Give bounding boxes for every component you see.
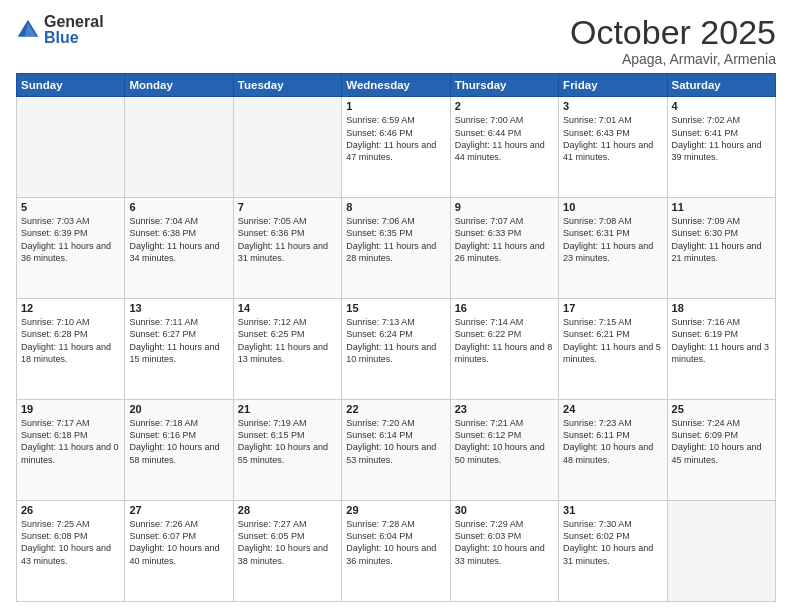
logo-general: General xyxy=(44,14,104,30)
col-wednesday: Wednesday xyxy=(342,74,450,97)
day-number: 12 xyxy=(21,302,120,314)
header-row: Sunday Monday Tuesday Wednesday Thursday… xyxy=(17,74,776,97)
day-cell: 19Sunrise: 7:17 AM Sunset: 6:18 PM Dayli… xyxy=(17,400,125,501)
day-cell: 22Sunrise: 7:20 AM Sunset: 6:14 PM Dayli… xyxy=(342,400,450,501)
day-number: 22 xyxy=(346,403,445,415)
day-info: Sunrise: 7:17 AM Sunset: 6:18 PM Dayligh… xyxy=(21,417,120,466)
header: General Blue October 2025 Apaga, Armavir… xyxy=(16,14,776,67)
day-cell: 23Sunrise: 7:21 AM Sunset: 6:12 PM Dayli… xyxy=(450,400,558,501)
day-number: 20 xyxy=(129,403,228,415)
day-cell: 16Sunrise: 7:14 AM Sunset: 6:22 PM Dayli… xyxy=(450,299,558,400)
logo-icon xyxy=(16,18,40,42)
day-number: 21 xyxy=(238,403,337,415)
day-number: 9 xyxy=(455,201,554,213)
day-cell: 18Sunrise: 7:16 AM Sunset: 6:19 PM Dayli… xyxy=(667,299,775,400)
day-number: 19 xyxy=(21,403,120,415)
day-cell: 24Sunrise: 7:23 AM Sunset: 6:11 PM Dayli… xyxy=(559,400,667,501)
day-cell xyxy=(667,501,775,602)
day-info: Sunrise: 7:20 AM Sunset: 6:14 PM Dayligh… xyxy=(346,417,445,466)
day-number: 3 xyxy=(563,100,662,112)
day-info: Sunrise: 6:59 AM Sunset: 6:46 PM Dayligh… xyxy=(346,114,445,163)
day-info: Sunrise: 7:02 AM Sunset: 6:41 PM Dayligh… xyxy=(672,114,771,163)
day-number: 17 xyxy=(563,302,662,314)
day-cell: 2Sunrise: 7:00 AM Sunset: 6:44 PM Daylig… xyxy=(450,97,558,198)
week-row-2: 5Sunrise: 7:03 AM Sunset: 6:39 PM Daylig… xyxy=(17,198,776,299)
col-sunday: Sunday xyxy=(17,74,125,97)
day-number: 7 xyxy=(238,201,337,213)
day-number: 30 xyxy=(455,504,554,516)
day-cell: 26Sunrise: 7:25 AM Sunset: 6:08 PM Dayli… xyxy=(17,501,125,602)
day-info: Sunrise: 7:28 AM Sunset: 6:04 PM Dayligh… xyxy=(346,518,445,567)
col-saturday: Saturday xyxy=(667,74,775,97)
day-info: Sunrise: 7:01 AM Sunset: 6:43 PM Dayligh… xyxy=(563,114,662,163)
day-info: Sunrise: 7:23 AM Sunset: 6:11 PM Dayligh… xyxy=(563,417,662,466)
day-number: 24 xyxy=(563,403,662,415)
day-cell: 9Sunrise: 7:07 AM Sunset: 6:33 PM Daylig… xyxy=(450,198,558,299)
day-cell xyxy=(17,97,125,198)
day-number: 29 xyxy=(346,504,445,516)
day-info: Sunrise: 7:05 AM Sunset: 6:36 PM Dayligh… xyxy=(238,215,337,264)
day-cell: 25Sunrise: 7:24 AM Sunset: 6:09 PM Dayli… xyxy=(667,400,775,501)
day-cell: 7Sunrise: 7:05 AM Sunset: 6:36 PM Daylig… xyxy=(233,198,341,299)
location: Apaga, Armavir, Armenia xyxy=(570,51,776,67)
day-cell: 13Sunrise: 7:11 AM Sunset: 6:27 PM Dayli… xyxy=(125,299,233,400)
day-number: 27 xyxy=(129,504,228,516)
day-cell: 28Sunrise: 7:27 AM Sunset: 6:05 PM Dayli… xyxy=(233,501,341,602)
day-info: Sunrise: 7:09 AM Sunset: 6:30 PM Dayligh… xyxy=(672,215,771,264)
day-cell: 30Sunrise: 7:29 AM Sunset: 6:03 PM Dayli… xyxy=(450,501,558,602)
day-number: 6 xyxy=(129,201,228,213)
day-cell: 29Sunrise: 7:28 AM Sunset: 6:04 PM Dayli… xyxy=(342,501,450,602)
day-cell: 12Sunrise: 7:10 AM Sunset: 6:28 PM Dayli… xyxy=(17,299,125,400)
day-info: Sunrise: 7:24 AM Sunset: 6:09 PM Dayligh… xyxy=(672,417,771,466)
day-number: 5 xyxy=(21,201,120,213)
day-info: Sunrise: 7:15 AM Sunset: 6:21 PM Dayligh… xyxy=(563,316,662,365)
day-cell: 3Sunrise: 7:01 AM Sunset: 6:43 PM Daylig… xyxy=(559,97,667,198)
day-info: Sunrise: 7:08 AM Sunset: 6:31 PM Dayligh… xyxy=(563,215,662,264)
logo-blue: Blue xyxy=(44,30,104,46)
day-number: 16 xyxy=(455,302,554,314)
day-cell: 8Sunrise: 7:06 AM Sunset: 6:35 PM Daylig… xyxy=(342,198,450,299)
day-cell: 10Sunrise: 7:08 AM Sunset: 6:31 PM Dayli… xyxy=(559,198,667,299)
day-cell xyxy=(233,97,341,198)
day-cell: 15Sunrise: 7:13 AM Sunset: 6:24 PM Dayli… xyxy=(342,299,450,400)
day-info: Sunrise: 7:04 AM Sunset: 6:38 PM Dayligh… xyxy=(129,215,228,264)
day-info: Sunrise: 7:13 AM Sunset: 6:24 PM Dayligh… xyxy=(346,316,445,365)
day-cell: 14Sunrise: 7:12 AM Sunset: 6:25 PM Dayli… xyxy=(233,299,341,400)
month-title: October 2025 xyxy=(570,14,776,51)
day-cell: 27Sunrise: 7:26 AM Sunset: 6:07 PM Dayli… xyxy=(125,501,233,602)
day-info: Sunrise: 7:18 AM Sunset: 6:16 PM Dayligh… xyxy=(129,417,228,466)
col-tuesday: Tuesday xyxy=(233,74,341,97)
day-number: 13 xyxy=(129,302,228,314)
day-number: 15 xyxy=(346,302,445,314)
day-info: Sunrise: 7:29 AM Sunset: 6:03 PM Dayligh… xyxy=(455,518,554,567)
logo: General Blue xyxy=(16,14,104,46)
day-info: Sunrise: 7:16 AM Sunset: 6:19 PM Dayligh… xyxy=(672,316,771,365)
day-number: 26 xyxy=(21,504,120,516)
day-number: 8 xyxy=(346,201,445,213)
day-number: 25 xyxy=(672,403,771,415)
calendar: Sunday Monday Tuesday Wednesday Thursday… xyxy=(16,73,776,602)
day-info: Sunrise: 7:21 AM Sunset: 6:12 PM Dayligh… xyxy=(455,417,554,466)
day-info: Sunrise: 7:03 AM Sunset: 6:39 PM Dayligh… xyxy=(21,215,120,264)
day-cell: 5Sunrise: 7:03 AM Sunset: 6:39 PM Daylig… xyxy=(17,198,125,299)
day-cell: 20Sunrise: 7:18 AM Sunset: 6:16 PM Dayli… xyxy=(125,400,233,501)
day-info: Sunrise: 7:14 AM Sunset: 6:22 PM Dayligh… xyxy=(455,316,554,365)
day-number: 28 xyxy=(238,504,337,516)
day-info: Sunrise: 7:00 AM Sunset: 6:44 PM Dayligh… xyxy=(455,114,554,163)
week-row-4: 19Sunrise: 7:17 AM Sunset: 6:18 PM Dayli… xyxy=(17,400,776,501)
day-cell: 11Sunrise: 7:09 AM Sunset: 6:30 PM Dayli… xyxy=(667,198,775,299)
day-number: 11 xyxy=(672,201,771,213)
day-number: 14 xyxy=(238,302,337,314)
day-number: 23 xyxy=(455,403,554,415)
day-info: Sunrise: 7:06 AM Sunset: 6:35 PM Dayligh… xyxy=(346,215,445,264)
day-cell: 6Sunrise: 7:04 AM Sunset: 6:38 PM Daylig… xyxy=(125,198,233,299)
day-cell: 1Sunrise: 6:59 AM Sunset: 6:46 PM Daylig… xyxy=(342,97,450,198)
day-info: Sunrise: 7:11 AM Sunset: 6:27 PM Dayligh… xyxy=(129,316,228,365)
day-number: 31 xyxy=(563,504,662,516)
day-info: Sunrise: 7:30 AM Sunset: 6:02 PM Dayligh… xyxy=(563,518,662,567)
col-thursday: Thursday xyxy=(450,74,558,97)
day-number: 2 xyxy=(455,100,554,112)
day-cell: 17Sunrise: 7:15 AM Sunset: 6:21 PM Dayli… xyxy=(559,299,667,400)
day-info: Sunrise: 7:27 AM Sunset: 6:05 PM Dayligh… xyxy=(238,518,337,567)
week-row-5: 26Sunrise: 7:25 AM Sunset: 6:08 PM Dayli… xyxy=(17,501,776,602)
